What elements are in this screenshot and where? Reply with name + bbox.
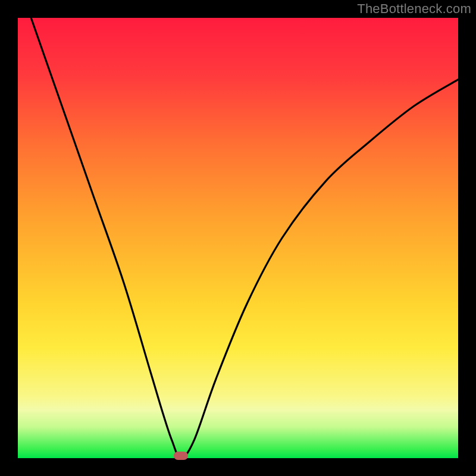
optimum-marker [174,452,188,460]
watermark-text: TheBottleneck.com [357,1,471,17]
curve-path [31,18,458,458]
chart-stage: TheBottleneck.com [0,0,476,476]
bottleneck-curve [18,18,458,458]
